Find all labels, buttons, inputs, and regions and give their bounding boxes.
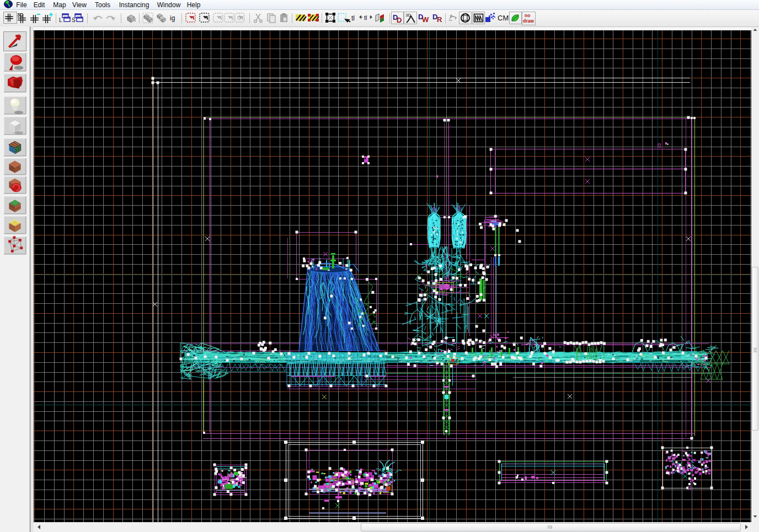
svg-text:draw: draw <box>523 18 534 24</box>
svg-text:ig: ig <box>170 14 175 22</box>
svg-text:D: D <box>397 16 402 24</box>
svg-text:tl: tl <box>364 14 367 21</box>
svg-text:L: L <box>59 17 62 23</box>
svg-text:tl: tl <box>351 14 355 22</box>
svg-text:CM: CM <box>498 14 509 22</box>
svg-text:R: R <box>437 15 442 24</box>
svg-text:no: no <box>525 13 530 18</box>
svg-text:W: W <box>422 15 429 24</box>
